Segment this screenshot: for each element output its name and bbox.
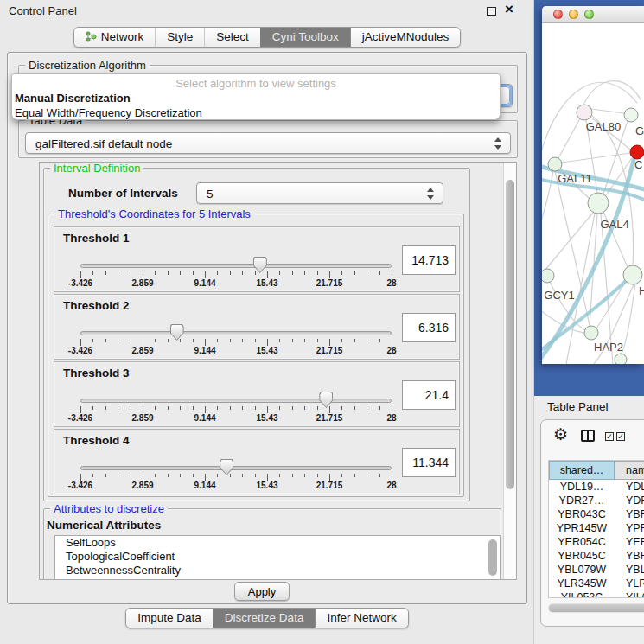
attribute-list-item[interactable]: TopologicalCoefficient [55, 550, 500, 564]
cell-name[interactable]: YBR0 [615, 507, 644, 521]
cell-shared-name[interactable]: YER054C [549, 535, 615, 549]
table-row[interactable]: YDR27…YDR2 [549, 494, 644, 507]
network-edge[interactable] [558, 118, 580, 158]
threshold-value-field[interactable]: 21.4 [402, 380, 456, 410]
column-header-shared-name[interactable]: shared… [549, 461, 615, 480]
cell-shared-name[interactable]: YDL19… [549, 480, 615, 494]
table-row[interactable]: YIL052CYIL0 [549, 590, 644, 598]
threshold-panel-1: Threshold 1-3.4262.8599.14415.4321.71528… [54, 226, 460, 292]
node-table: shared…nameYDL19…YDL1YDR27…YDR2YBR043CYB… [548, 460, 644, 598]
tick-label: -3.426 [68, 413, 92, 423]
network-node-node-bottom[interactable] [615, 354, 627, 364]
table-row[interactable]: YPR145WYPR1 [549, 521, 644, 535]
control-panel-titlebar: Control Panel × [0, 0, 533, 22]
network-node-node-right[interactable] [623, 265, 642, 284]
threshold-panel-4: Threshold 4-3.4262.8599.14415.4321.71528… [54, 429, 460, 494]
settings-gear-icon[interactable]: ⚙ [553, 425, 568, 444]
network-node-red-node[interactable] [630, 145, 644, 159]
cell-shared-name[interactable]: YBR043C [549, 507, 615, 521]
tick-label: 9.144 [194, 278, 215, 288]
bottom-tab-infer-network[interactable]: Infer Network [315, 609, 407, 628]
network-node-GCY1[interactable] [542, 269, 554, 283]
network-node-HAP2[interactable] [584, 326, 598, 340]
cell-shared-name[interactable]: YDR27… [549, 494, 615, 507]
tab-network[interactable]: Network [74, 28, 156, 47]
tab-cyni-toolbox[interactable]: Cyni Toolbox [260, 28, 350, 47]
cell-shared-name[interactable]: YIL052C [549, 590, 615, 598]
group-title-interval-definition: Interval Definition [50, 162, 143, 175]
slider-track[interactable] [80, 399, 392, 403]
stepper-arrows-icon [494, 137, 502, 150]
float-window-icon[interactable] [487, 7, 496, 16]
slider-track[interactable] [80, 466, 392, 470]
zoom-traffic-light[interactable] [584, 10, 594, 19]
tab-style[interactable]: Style [155, 28, 204, 47]
checkbox-icon[interactable]: ✓ [616, 432, 625, 441]
cell-shared-name[interactable]: YBR045C [549, 549, 615, 563]
minimize-traffic-light[interactable] [569, 10, 578, 19]
attribute-list-item[interactable]: BetweennessCentrality [55, 564, 500, 577]
checkbox-icon[interactable]: ✓ [605, 432, 614, 441]
bottom-tab-discretize-data[interactable]: Discretize Data [213, 609, 316, 628]
horizontal-scrollbar[interactable] [548, 603, 644, 613]
vertical-scrollbar-thumb[interactable] [506, 180, 514, 489]
column-header-name[interactable]: name [615, 461, 644, 480]
node-label-hap2: HAP2 [594, 341, 623, 354]
table-data-combobox[interactable]: galFiltered.sif default node [25, 132, 511, 154]
network-node-GAL80[interactable] [577, 105, 592, 120]
table-row[interactable]: YBL079WYBL0 [549, 563, 644, 577]
network-edge[interactable] [591, 109, 624, 113]
cell-shared-name[interactable]: YPR145W [549, 521, 615, 535]
cell-name[interactable]: YLR3 [615, 577, 644, 590]
network-edge[interactable] [622, 284, 635, 354]
attribute-list-item[interactable]: SelfLoops [55, 536, 500, 550]
dropdown-option-manual-discretization[interactable]: Manual Discretization [12, 91, 500, 105]
table-row[interactable]: YBR045CYBR0 [549, 549, 644, 563]
tab-select[interactable]: Select [204, 28, 260, 47]
apply-button[interactable]: Apply [234, 582, 290, 601]
threshold-value-field[interactable]: 11.344 [402, 448, 456, 477]
network-node-GAL11[interactable] [548, 157, 562, 171]
slider-track[interactable] [80, 331, 392, 335]
columns-icon[interactable] [581, 430, 595, 442]
tab-jactivemnodules[interactable]: jActiveMNodules [350, 28, 461, 47]
cell-name[interactable]: YBR0 [615, 549, 644, 563]
bottom-tab-group: Impute DataDiscretize DataInfer Network [125, 608, 408, 628]
bottom-tab-impute-data[interactable]: Impute Data [126, 609, 213, 628]
cell-shared-name[interactable]: YBL079W [549, 563, 615, 577]
list-scrollbar-thumb[interactable] [488, 539, 497, 576]
slider-track[interactable] [80, 264, 392, 268]
network-icon [86, 31, 97, 42]
cell-name[interactable]: YIL0 [615, 590, 644, 598]
cell-name[interactable]: YBL0 [615, 563, 644, 577]
slider-tick-labels: -3.4262.8599.14415.4321.71528 [80, 278, 392, 290]
tick-label: 2.859 [131, 346, 153, 355]
table-row[interactable]: YDL19…YDL1 [549, 480, 644, 494]
number-of-intervals-combobox[interactable]: 5 [196, 182, 443, 204]
numerical-attributes-list[interactable]: SelfLoopsTopologicalCoefficientBetweenne… [54, 535, 501, 580]
bottom-tab-bar: Impute DataDiscretize DataInfer Network [0, 608, 534, 628]
network-node-node-top-right[interactable] [624, 108, 638, 122]
group-title-attributes: Attributes to discretize [50, 502, 168, 515]
cell-name[interactable]: YER0 [615, 535, 644, 549]
threshold-value-field[interactable]: 6.316 [402, 313, 456, 342]
table-row[interactable]: YLR345WYLR3 [549, 577, 644, 590]
dropdown-option-equal-width-frequency[interactable]: Equal Width/Frequency Discretization [12, 105, 500, 120]
slider-tick-labels: -3.4262.8599.14415.4321.71528 [80, 346, 392, 357]
cell-shared-name[interactable]: YLR345W [549, 577, 615, 590]
group-title-discretization-algorithm: Discretization Algorithm [25, 59, 150, 72]
close-icon[interactable]: × [505, 1, 513, 18]
network-canvas[interactable]: GAL80GACGAL11GAL4GCY1HHAP2 [542, 23, 644, 364]
cell-name[interactable]: YDR2 [615, 494, 644, 507]
table-row[interactable]: YBR043CYBR0 [549, 507, 644, 521]
network-node-GAL4[interactable] [588, 193, 609, 214]
close-traffic-light[interactable] [553, 10, 563, 19]
cell-name[interactable]: YDL1 [615, 480, 644, 494]
vertical-scrollbar[interactable] [503, 163, 516, 579]
table-row[interactable]: YER054CYER0 [549, 535, 644, 549]
threshold-value-field[interactable]: 14.713 [402, 245, 456, 275]
node-label-h: H [639, 284, 644, 297]
cell-name[interactable]: YPR1 [615, 521, 644, 535]
horizontal-scrollbar-thumb[interactable] [549, 604, 644, 612]
dropdown-placeholder-item[interactable]: Select algorithm to view settings [12, 76, 500, 91]
